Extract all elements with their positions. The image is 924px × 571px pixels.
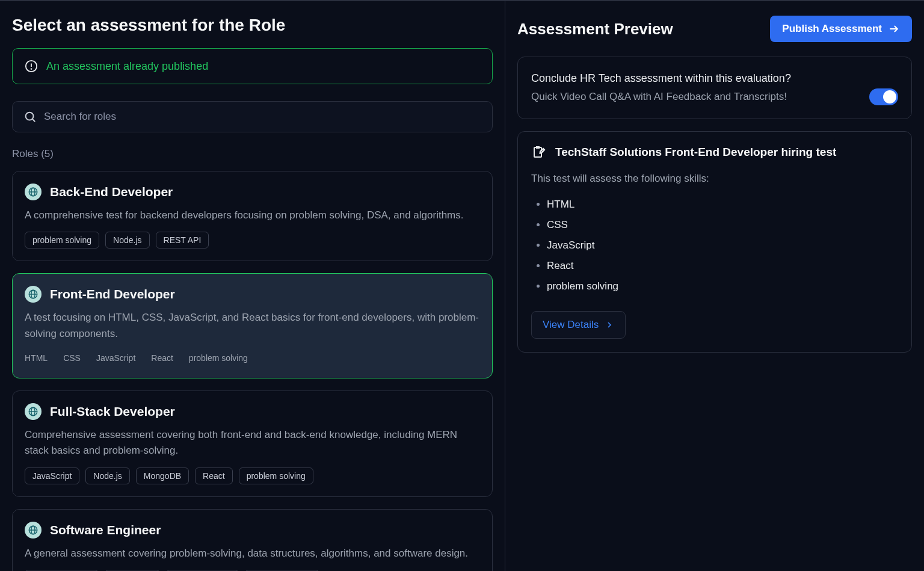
skill-item: problem solving [547,276,898,297]
search-input[interactable] [44,111,481,123]
publish-label: Publish Assessment [782,23,882,35]
globe-icon [25,522,42,539]
tag: problem solving [239,468,313,484]
role-tags: problem solvingNode.jsREST API [25,232,480,248]
tag: CSS [63,350,90,366]
alert-published: An assessment already published [12,48,493,84]
tag: JavaScript [96,350,145,366]
tag: MongoDB [136,468,189,484]
role-card[interactable]: Software EngineerA general assessment co… [12,509,493,571]
role-tags: HTMLCSSJavaScriptReactproblem solving [25,350,480,366]
skills-list: HTMLCSSJavaScriptReactproblem solving [531,194,898,297]
globe-icon [25,403,42,420]
left-panel: Select an assessment for the Role An ass… [0,1,505,571]
preview-title: Assessment Preview [517,20,673,39]
page-title: Select an assessment for the Role [12,16,493,35]
skill-item: HTML [547,194,898,215]
role-title: Software Engineer [50,523,161,537]
role-description: A test focusing on HTML, CSS, JavaScript… [25,310,480,342]
test-details-card: TechStaff Solutions Front-End Developer … [517,131,912,353]
tag: React [195,468,233,484]
role-tags: JavaScriptNode.jsMongoDBReactproblem sol… [25,468,480,484]
tag: React [151,350,183,366]
search-icon [23,110,37,123]
role-title: Full-Stack Developer [50,404,175,419]
view-details-label: View Details [543,319,599,331]
tag: problem solving [189,350,257,366]
role-card[interactable]: Full-Stack DeveloperComprehensive assess… [12,390,493,497]
skills-intro: This test will assess the following skil… [531,173,898,185]
globe-icon [25,184,42,200]
chevron-right-icon [605,320,614,330]
hr-tech-card: Conclude HR Tech assessment within this … [517,57,912,119]
tag: JavaScript [25,468,79,484]
role-description: A comprehensive test for backend develop… [25,208,480,223]
tag: problem solving [25,232,99,248]
view-details-button[interactable]: View Details [531,311,626,339]
clipboard-edit-icon [531,145,546,159]
skill-item: JavaScript [547,235,898,256]
role-title: Front-End Developer [50,287,175,301]
arrow-right-icon [888,23,900,35]
tag: HTML [25,350,57,366]
alert-icon [25,60,38,73]
hr-sub: Quick Video Call Q&A with AI Feedback an… [531,89,857,105]
role-card[interactable]: Back-End DeveloperA comprehensive test f… [12,171,493,261]
svg-line-4 [32,119,35,122]
globe-icon [25,286,42,303]
role-title: Back-End Developer [50,185,173,199]
right-panel: Assessment Preview Publish Assessment Co… [505,1,924,571]
role-description: Comprehensive assessment covering both f… [25,427,480,459]
alert-text: An assessment already published [46,60,208,73]
svg-point-2 [31,69,32,69]
hr-toggle[interactable] [869,88,898,105]
skill-item: CSS [547,215,898,235]
svg-point-3 [26,113,34,120]
test-title: TechStaff Solutions Front-End Developer … [555,146,836,159]
hr-heading: Conclude HR Tech assessment within this … [531,70,857,87]
tag: Node.js [85,468,129,484]
role-description: A general assessment covering problem-so… [25,546,480,561]
search-wrapper[interactable] [12,101,493,132]
tag: REST API [156,232,209,248]
role-card[interactable]: Front-End DeveloperA test focusing on HT… [12,273,493,378]
skill-item: React [547,256,898,276]
roles-count: Roles (5) [12,148,493,160]
publish-assessment-button[interactable]: Publish Assessment [770,16,912,42]
tag: Node.js [105,232,149,248]
